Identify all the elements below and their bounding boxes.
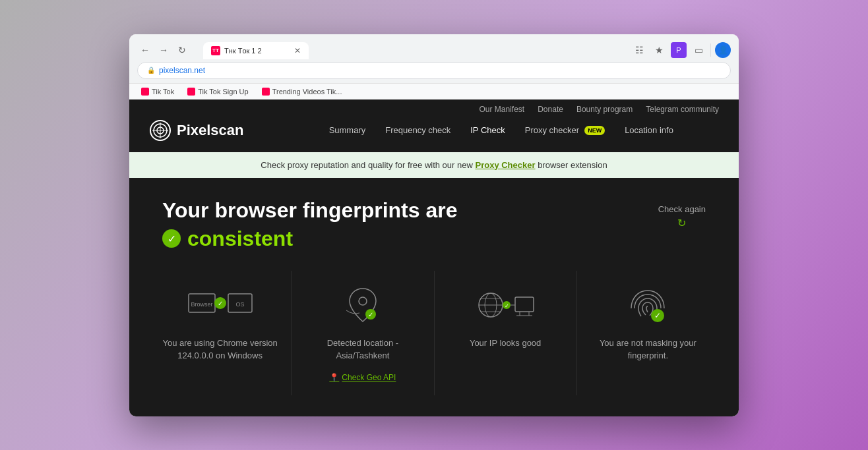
profile-icon[interactable]: 👤 [715, 42, 731, 58]
card-fingerprint-text: You are not masking your fingerprint. [590, 337, 706, 362]
card-fingerprint: ✓ You are not masking your fingerprint. [577, 271, 719, 395]
card-location: ✓ Detected location - Asia/Tashkent 📍 Ch… [292, 271, 434, 395]
card-ip-icon-area: ✓ [472, 284, 538, 326]
trending-favicon [262, 88, 270, 96]
svg-text:✓: ✓ [505, 303, 509, 309]
bookmark-tiktok-label: Tik Tok [152, 88, 174, 96]
ip-svg: ✓ [472, 287, 538, 323]
card-ip: ✓ Your IP looks good [435, 271, 577, 395]
browser-chrome: ← → ↻ TT Тнк Тoк 1 2 ✕ ☷ ★ P ▭ 👤 [129, 34, 739, 99]
logo-area: Pixelscan [149, 119, 244, 142]
svg-text:Browser: Browser [191, 301, 212, 308]
svg-text:OS: OS [235, 301, 244, 308]
proxy-checker-label: Proxy checker [525, 125, 579, 135]
hero-section: Your browser fingerprints are ✓ consiste… [129, 178, 739, 264]
top-nav: Our Manifest Donate Bounty program Teleg… [129, 99, 739, 119]
nav-buttons: ← → ↻ [137, 42, 190, 58]
card-fingerprint-icon-area: ✓ [625, 284, 671, 326]
extensions-icon[interactable]: ▭ [691, 42, 706, 58]
page-content: Our Manifest Donate Bounty program Teleg… [129, 99, 739, 416]
url-text: pixelscan.net [159, 66, 205, 75]
svg-point-11 [359, 297, 367, 305]
announcement-bar: Check proxy reputation and quality for f… [129, 152, 739, 178]
geo-pin-icon: 📍 [329, 373, 339, 382]
translate-icon[interactable]: ☷ [631, 42, 647, 58]
card-browser-os-text: You are using Chrome version 124.0.0.0 o… [162, 337, 278, 362]
nav-proxy-checker[interactable]: Proxy checker NEW [525, 125, 605, 135]
back-button[interactable]: ← [137, 42, 153, 58]
nav-donate[interactable]: Donate [538, 105, 563, 114]
tab-close-button[interactable]: ✕ [294, 46, 301, 55]
card-location-link-text: Check Geo API [342, 373, 396, 382]
nav-frequency[interactable]: Frequency check [385, 125, 450, 135]
browser-os-svg: Browser ✓ OS [187, 289, 253, 322]
omnibox-row: 🔒 pixelscan.net [129, 59, 739, 83]
bookmark-tiktok[interactable]: Tik Tok [137, 86, 178, 97]
card-browser-os: Browser ✓ OS You are using Chrome versio… [149, 271, 292, 395]
tiktok-favicon [141, 88, 149, 96]
lock-icon: 🔒 [147, 67, 155, 74]
reload-button[interactable]: ↻ [174, 42, 190, 58]
main-nav: Pixelscan Summary Frequency check IP Che… [129, 119, 739, 152]
bookmark-tiktok-signup[interactable]: Tik Tok Sign Up [183, 86, 252, 97]
toolbar-divider [710, 43, 711, 57]
status-label: consistent [187, 227, 293, 251]
bookmarks-bar: Tik Tok Tik Tok Sign Up Trending Videos … [129, 83, 739, 99]
hero-title: Your browser fingerprints are [162, 198, 458, 223]
card-location-link[interactable]: 📍 Check Geo API [329, 373, 396, 382]
extension1-icon[interactable]: P [671, 42, 687, 58]
bookmark-trending[interactable]: Trending Videos Tik... [258, 86, 346, 97]
announcement-text-before: Check proxy reputation and quality for f… [261, 160, 475, 170]
browser-toolbar-icons: ☷ ★ P ▭ 👤 [631, 42, 731, 58]
tab-favicon: TT [211, 46, 220, 55]
bookmark-trending-label: Trending Videos Tik... [272, 88, 342, 96]
nav-links: Summary Frequency check IP Check Proxy c… [284, 125, 719, 135]
svg-text:✓: ✓ [218, 300, 223, 307]
svg-text:✓: ✓ [654, 311, 661, 320]
announcement-text-after: browser extension [538, 160, 607, 170]
fingerprint-svg: ✓ [625, 285, 671, 325]
new-badge: NEW [584, 126, 605, 135]
bookmark-tiktok-signup-label: Tik Tok Sign Up [198, 88, 248, 96]
location-svg: ✓ [340, 285, 386, 325]
nav-ip-check[interactable]: IP Check [470, 125, 505, 135]
logo-text: Pixelscan [177, 122, 244, 139]
check-again-area[interactable]: Check again ↻ [658, 198, 706, 229]
card-location-icon-area: ✓ [340, 284, 386, 326]
browser-window: ← → ↻ TT Тнк Тoк 1 2 ✕ ☷ ★ P ▭ 👤 [129, 34, 739, 416]
card-ip-text: Your IP looks good [470, 337, 541, 350]
browser-titlebar: ← → ↻ TT Тнк Тoк 1 2 ✕ ☷ ★ P ▭ 👤 [129, 34, 739, 59]
hero-text: Your browser fingerprints are ✓ consiste… [162, 198, 458, 251]
logo-icon [149, 119, 171, 142]
tab-title: Тнк Тoк 1 2 [224, 47, 262, 55]
card-browser-os-icon-area: Browser ✓ OS [187, 284, 253, 326]
bookmark-icon[interactable]: ★ [651, 42, 667, 58]
tiktok-signup-favicon [187, 88, 195, 96]
check-again-label: Check again [658, 204, 706, 214]
hero-status: ✓ consistent [162, 227, 458, 251]
active-tab[interactable]: TT Тнк Тoк 1 2 ✕ [203, 42, 309, 59]
nav-summary[interactable]: Summary [329, 125, 366, 135]
nav-manifest[interactable]: Our Manifest [480, 105, 525, 114]
address-bar[interactable]: 🔒 pixelscan.net [137, 62, 731, 79]
forward-button[interactable]: → [156, 42, 171, 58]
card-location-text: Detected location - Asia/Tashkent [305, 337, 420, 362]
nav-bounty[interactable]: Bounty program [576, 105, 633, 114]
svg-text:✓: ✓ [368, 311, 373, 318]
cards-row: Browser ✓ OS You are using Chrome versio… [129, 264, 739, 408]
refresh-icon: ↻ [658, 217, 706, 229]
svg-rect-22 [515, 297, 534, 312]
status-check-icon: ✓ [162, 229, 181, 248]
nav-telegram[interactable]: Telegram community [646, 105, 719, 114]
tab-bar: TT Тнк Тoк 1 2 ✕ [195, 42, 626, 59]
proxy-checker-link-highlight[interactable]: Proxy Checker [475, 160, 535, 170]
nav-location-info[interactable]: Location info [625, 125, 673, 135]
